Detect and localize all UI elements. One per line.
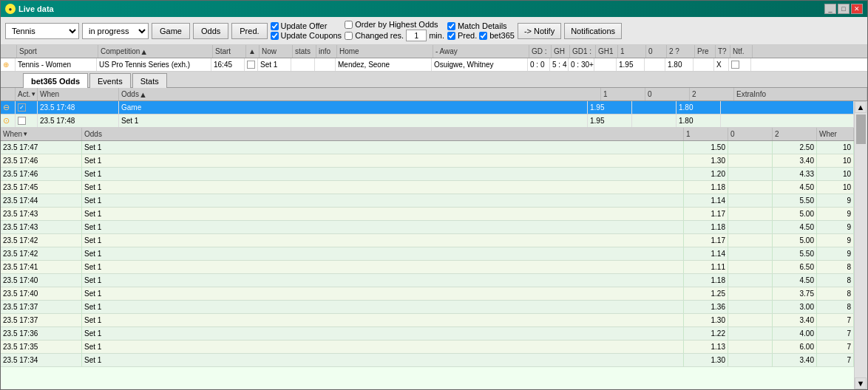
history-row[interactable]: 23.5 17:46 Set 1 1.30 3.40 10 bbox=[1, 154, 854, 168]
update-offer-label: Update Offer bbox=[281, 21, 328, 30]
history-row[interactable]: 23.5 17:37 Set 1 1.30 3.40 7 bbox=[1, 314, 854, 327]
gh-pre[interactable]: Pre bbox=[695, 45, 716, 58]
maximize-button[interactable]: □ bbox=[838, 4, 850, 14]
hr-wher: 8 bbox=[817, 287, 854, 300]
gh-gd[interactable]: GD : bbox=[529, 45, 552, 58]
hr-wher: 9 bbox=[817, 234, 854, 247]
history-row[interactable]: 23.5 17:42 Set 1 1.14 5.50 9 bbox=[1, 247, 854, 261]
gh-competition[interactable]: Competition ▲ bbox=[98, 45, 213, 58]
row1-2: 1.80 bbox=[677, 101, 721, 114]
row2-checkbox[interactable] bbox=[18, 117, 26, 125]
hr-1: 1.22 bbox=[684, 327, 728, 340]
gh-2[interactable]: 2 ? bbox=[667, 45, 695, 58]
history-row[interactable]: 23.5 17:45 Set 1 1.18 4.50 10 bbox=[1, 181, 854, 194]
min-input[interactable] bbox=[406, 30, 427, 41]
odds-row-1[interactable]: ⊖ ✓ 23.5 17:48 Game 1.95 1.80 bbox=[1, 101, 854, 114]
match-details-label: Match Details bbox=[458, 21, 507, 30]
order-highest-checkbox[interactable] bbox=[345, 21, 353, 29]
pred-checkbox[interactable] bbox=[447, 32, 455, 40]
history-row[interactable]: 23.5 17:41 Set 1 1.11 6.50 8 bbox=[1, 261, 854, 274]
tab-bet365-odds[interactable]: bet365 Odds bbox=[23, 73, 88, 88]
gh-gh[interactable]: GH bbox=[552, 45, 570, 58]
hr-odds: Set 1 bbox=[82, 314, 684, 326]
tab-events[interactable]: Events bbox=[89, 73, 131, 88]
notifications-button[interactable]: Notifications bbox=[564, 23, 622, 39]
history-row[interactable]: 23.5 17:37 Set 1 1.36 3.00 8 bbox=[1, 301, 854, 314]
gh-stats[interactable]: stats bbox=[293, 45, 316, 58]
ntf-checkbox[interactable] bbox=[731, 61, 739, 69]
sh-0[interactable]: 0 bbox=[645, 88, 690, 100]
history-row[interactable]: 23.5 17:47 Set 1 1.50 2.50 10 bbox=[1, 141, 854, 154]
update-offer-checkbox[interactable] bbox=[271, 22, 279, 30]
hr-0 bbox=[728, 181, 773, 194]
sh-act[interactable]: Act. ▼ bbox=[16, 88, 38, 100]
gh-1[interactable]: 1 bbox=[618, 45, 646, 58]
scroll-down-button[interactable]: ▼ bbox=[855, 377, 867, 389]
hh-when[interactable]: When ▼ bbox=[1, 128, 82, 140]
pred-button[interactable]: Pred. bbox=[231, 23, 267, 39]
history-row[interactable]: 23.5 17:46 Set 1 1.20 4.33 10 bbox=[1, 168, 854, 181]
history-row[interactable]: 23.5 17:35 Set 1 1.13 6.00 7 bbox=[1, 341, 854, 354]
sport-select[interactable]: Tennis bbox=[5, 23, 79, 39]
gh-now[interactable]: Now bbox=[260, 45, 293, 58]
row2-0 bbox=[632, 114, 677, 127]
gh-t[interactable]: T? bbox=[716, 45, 730, 58]
hr-wher: 10 bbox=[817, 154, 854, 167]
sh-1[interactable]: 1 bbox=[601, 88, 645, 100]
scroll-up-button[interactable]: ▲ bbox=[855, 101, 867, 113]
history-row[interactable]: 23.5 17:34 Set 1 1.30 3.40 7 bbox=[1, 354, 854, 367]
order-highest-row: Order by Highest Odds bbox=[345, 20, 444, 29]
odds-table-header: Act. ▼ When Odds ▲ 1 0 2 ExtraInfo bbox=[1, 88, 867, 101]
history-row[interactable]: 23.5 17:43 Set 1 1.18 4.50 9 bbox=[1, 221, 854, 234]
hr-1: 1.30 bbox=[684, 314, 728, 326]
bet365-checkbox[interactable] bbox=[479, 32, 487, 40]
close-button[interactable]: ✕ bbox=[851, 4, 863, 14]
odds-button[interactable]: Odds bbox=[193, 23, 228, 39]
history-row[interactable]: 23.5 17:40 Set 1 1.25 3.75 8 bbox=[1, 287, 854, 301]
gh-home[interactable]: Home bbox=[337, 45, 433, 58]
main-data-row[interactable]: ⊕ Tennis - Women US Pro Tennis Series (e… bbox=[1, 58, 867, 72]
minimize-button[interactable]: _ bbox=[824, 4, 836, 14]
gh-ntf[interactable]: Ntf. bbox=[730, 45, 753, 58]
gh-away[interactable]: - Away bbox=[433, 45, 529, 58]
update-coupons-checkbox[interactable] bbox=[271, 32, 279, 40]
notify-button[interactable]: -> Notify bbox=[518, 23, 561, 39]
hh-2[interactable]: 2 bbox=[773, 128, 817, 140]
tab-stats[interactable]: Stats bbox=[132, 73, 167, 88]
gh-start[interactable]: Start bbox=[213, 45, 246, 58]
status-select[interactable]: in progress bbox=[82, 23, 149, 39]
row1-checkbox[interactable]: ✓ bbox=[18, 103, 26, 112]
gh-gd1[interactable]: GD1 : bbox=[570, 45, 596, 58]
gh-gh1[interactable]: GH1 bbox=[596, 45, 618, 58]
hh-wher[interactable]: Wher bbox=[817, 128, 854, 140]
match-details-checkbox[interactable] bbox=[447, 22, 455, 30]
order-highest-label: Order by Highest Odds bbox=[355, 20, 438, 29]
history-row[interactable]: 23.5 17:44 Set 1 1.14 5.50 9 bbox=[1, 194, 854, 208]
scroll-thumb[interactable] bbox=[856, 114, 866, 144]
hh-0[interactable]: 0 bbox=[728, 128, 773, 140]
gh-sport[interactable]: Sport bbox=[17, 45, 98, 58]
history-row[interactable]: 23.5 17:36 Set 1 1.22 4.00 7 bbox=[1, 327, 854, 341]
hh-1[interactable]: 1 bbox=[684, 128, 728, 140]
row-checkbox[interactable] bbox=[247, 61, 255, 69]
hh-odds[interactable]: Odds bbox=[82, 128, 684, 140]
history-row[interactable]: 23.5 17:40 Set 1 1.18 4.50 8 bbox=[1, 274, 854, 287]
sh-odds[interactable]: Odds ▲ bbox=[119, 88, 601, 100]
game-button[interactable]: Game bbox=[152, 23, 190, 39]
sh-2[interactable]: 2 bbox=[690, 88, 734, 100]
history-row[interactable]: 23.5 17:42 Set 1 1.17 5.00 9 bbox=[1, 234, 854, 247]
changed-res-checkbox[interactable] bbox=[345, 32, 353, 40]
hr-2: 4.50 bbox=[773, 181, 817, 194]
dc-checkbox[interactable] bbox=[245, 58, 258, 71]
hr-when: 23.5 17:37 bbox=[1, 301, 82, 313]
right-scrollbar[interactable]: ▲ ▼ bbox=[854, 101, 867, 389]
sh-when[interactable]: When bbox=[38, 88, 119, 100]
update-offer-row: Update Offer bbox=[271, 21, 342, 30]
scroll-track[interactable] bbox=[855, 113, 867, 377]
sh-extrainfo[interactable]: ExtraInfo bbox=[734, 88, 867, 100]
hr-0 bbox=[728, 141, 773, 154]
odds-row-2[interactable]: ⊙ 23.5 17:48 Set 1 1.95 1.80 bbox=[1, 114, 854, 128]
gh-0[interactable]: 0 bbox=[646, 45, 667, 58]
gh-info[interactable]: info bbox=[316, 45, 337, 58]
history-row[interactable]: 23.5 17:43 Set 1 1.17 5.00 9 bbox=[1, 208, 854, 221]
